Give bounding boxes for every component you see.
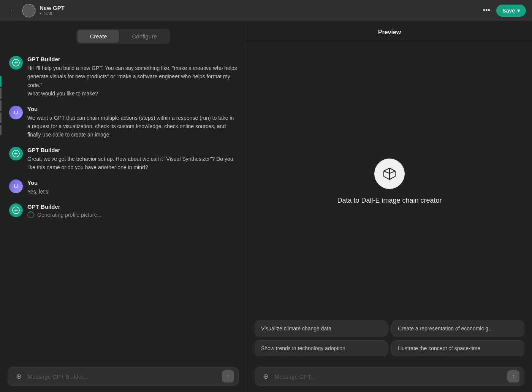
main-layout: Create Configure GPT Builder Hi! I'll he… xyxy=(0,21,532,392)
left-panel: Create Configure GPT Builder Hi! I'll he… xyxy=(0,21,247,392)
message-line: What would you like to make? xyxy=(27,90,98,97)
save-label: Save xyxy=(502,8,515,14)
message-sender: You xyxy=(27,106,238,112)
chat-message: U You Yes, let's xyxy=(9,179,238,196)
side-indicator xyxy=(0,125,2,135)
generating-indicator: Generating profile picture... xyxy=(27,211,238,218)
message-line: Great, we've got the behavior set up. Ho… xyxy=(27,156,233,170)
user-avatar: U xyxy=(9,106,23,119)
message-text: Yes, let's xyxy=(27,187,238,196)
right-message-input[interactable] xyxy=(275,373,504,380)
header-left: ← New GPT Draft xyxy=(6,4,65,17)
message-text: Hi! I'll help you build a new GPT. You c… xyxy=(27,64,238,98)
paperclip-icon: ⊕ xyxy=(263,372,269,381)
message-line: We want a GPT that can chain multiple ac… xyxy=(27,115,234,138)
message-content: You Yes, let's xyxy=(27,179,238,196)
left-send-button[interactable]: ↑ xyxy=(222,370,234,382)
side-indicator xyxy=(0,100,2,111)
gpt-avatar xyxy=(9,56,23,70)
message-line: Hi! I'll help you build a new GPT. You c… xyxy=(27,65,237,88)
right-panel: Preview Data to Dall-E image chain creat… xyxy=(247,21,532,392)
left-message-input[interactable] xyxy=(28,373,219,380)
tab-bar: Create Configure xyxy=(0,21,247,50)
side-indicators xyxy=(0,76,2,135)
tab-group: Create Configure xyxy=(76,29,170,44)
message-line: Yes, let's xyxy=(27,189,48,195)
gpt-status: Draft xyxy=(40,11,65,16)
spinner-icon xyxy=(27,211,34,218)
preview-header: Preview xyxy=(247,21,532,42)
gpt-name: New GPT xyxy=(40,5,65,11)
message-sender: You xyxy=(27,179,238,186)
gpt-info: New GPT Draft xyxy=(40,5,65,16)
message-sender: GPT Builder xyxy=(27,203,238,210)
message-text: We want a GPT that can chain multiple ac… xyxy=(27,114,238,139)
left-input-container: ⊕ ↑ xyxy=(8,367,239,386)
user-avatar: U xyxy=(9,179,23,193)
left-input-bar: ⊕ ↑ xyxy=(0,361,247,392)
right-attach-button[interactable]: ⊕ xyxy=(260,370,272,382)
preview-gpt-title: Data to Dall-E image chain creator xyxy=(337,197,442,205)
message-text: Great, we've got the behavior set up. Ho… xyxy=(27,155,238,172)
header: ← New GPT Draft ••• Save ▾ xyxy=(0,0,532,21)
right-input-bar: ⊕ ↑ xyxy=(247,361,532,392)
preview-area: Data to Dall-E image chain creator xyxy=(247,42,532,321)
right-send-button[interactable]: ↑ xyxy=(507,370,519,382)
tab-create[interactable]: Create xyxy=(78,30,119,43)
suggestion-s2[interactable]: Create a representation of economic g... xyxy=(391,321,524,336)
suggestions-area: Visualize climate change dataCreate a re… xyxy=(247,321,532,361)
send-icon: ↑ xyxy=(512,373,515,380)
back-button[interactable]: ← xyxy=(6,5,18,17)
cube-icon xyxy=(382,166,397,181)
gpt-preview-icon xyxy=(374,159,405,189)
header-right: ••• Save ▾ xyxy=(480,4,526,17)
right-input-container: ⊕ ↑ xyxy=(255,367,524,386)
suggestion-s3[interactable]: Show trends in technology adoption xyxy=(255,340,388,356)
more-options-button[interactable]: ••• xyxy=(480,4,493,17)
tab-configure[interactable]: Configure xyxy=(120,30,169,43)
chat-message: GPT Builder Hi! I'll help you build a ne… xyxy=(9,56,238,98)
chat-area: GPT Builder Hi! I'll help you build a ne… xyxy=(0,50,247,361)
back-icon: ← xyxy=(10,8,14,13)
left-attach-button[interactable]: ⊕ xyxy=(13,370,25,382)
save-chevron-icon: ▾ xyxy=(517,8,520,14)
gpt-avatar xyxy=(9,203,23,217)
message-sender: GPT Builder xyxy=(27,56,238,62)
chat-message: U You We want a GPT that can chain multi… xyxy=(9,106,238,139)
message-content: GPT Builder Generating profile picture..… xyxy=(27,203,238,218)
paperclip-icon: ⊕ xyxy=(16,372,22,381)
generating-text: Generating profile picture... xyxy=(37,212,101,218)
side-indicator xyxy=(0,113,2,123)
message-content: You We want a GPT that can chain multipl… xyxy=(27,106,238,139)
gpt-avatar xyxy=(22,4,36,17)
side-indicator xyxy=(0,88,2,99)
save-button[interactable]: Save ▾ xyxy=(496,5,526,17)
gpt-avatar xyxy=(9,147,23,160)
side-indicator xyxy=(0,76,2,87)
message-content: GPT Builder Great, we've got the behavio… xyxy=(27,147,238,172)
chat-message: GPT Builder Great, we've got the behavio… xyxy=(9,147,238,172)
more-icon: ••• xyxy=(483,6,490,14)
message-sender: GPT Builder xyxy=(27,147,238,153)
suggestion-s1[interactable]: Visualize climate change data xyxy=(255,321,388,336)
send-icon: ↑ xyxy=(226,373,230,380)
suggestion-s4[interactable]: Illustrate the concept of space-time xyxy=(391,340,524,356)
message-content: GPT Builder Hi! I'll help you build a ne… xyxy=(27,56,238,98)
preview-title: Preview xyxy=(378,29,401,35)
chat-message: GPT Builder Generating profile picture..… xyxy=(9,203,238,218)
